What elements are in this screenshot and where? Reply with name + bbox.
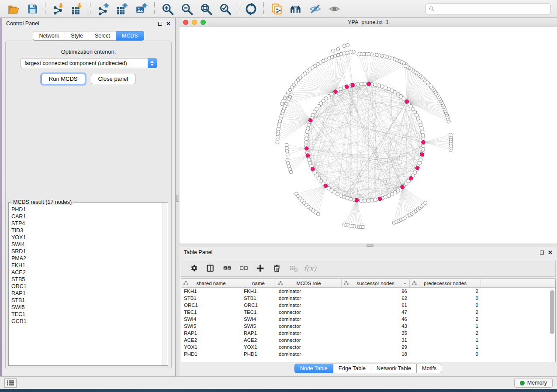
- table-scrollbar[interactable]: [549, 288, 555, 362]
- mcds-result-item[interactable]: PHD1: [11, 206, 162, 213]
- sort-desc-icon: ⌄: [403, 280, 407, 285]
- zoom-out-button[interactable]: [177, 0, 196, 17]
- memory-button[interactable]: Memory: [514, 378, 553, 388]
- run-mcds-button[interactable]: Run MCDS: [42, 74, 85, 84]
- table-cell: YOX1: [181, 344, 241, 350]
- table-cell: SWI5: [241, 323, 276, 329]
- column-header-shared-name[interactable]: shared name: [181, 279, 241, 287]
- mcds-result-item[interactable]: STB5: [11, 276, 162, 283]
- export-table-button[interactable]: [113, 0, 132, 17]
- mcds-result-item[interactable]: YOX1: [11, 234, 162, 241]
- network-canvas[interactable]: [180, 27, 557, 243]
- close-table-panel-icon[interactable]: ✕: [548, 251, 553, 254]
- search-box[interactable]: [426, 3, 551, 14]
- column-header-name[interactable]: name: [241, 279, 276, 287]
- mcds-result-item[interactable]: TEC1: [11, 311, 162, 318]
- import-network-button[interactable]: [48, 0, 68, 17]
- refresh-view-button[interactable]: [241, 0, 260, 17]
- tab-style[interactable]: Style: [65, 31, 89, 41]
- table-row[interactable]: SWI5SWI5connector431: [181, 323, 555, 330]
- add-column-button[interactable]: [252, 261, 269, 276]
- mcds-result-item[interactable]: SWI4: [11, 241, 162, 248]
- float-table-panel-icon[interactable]: [540, 251, 544, 254]
- mcds-result-list[interactable]: PHD1CAR1STP4TID3YOX1SWI4SRD1PMA2FKH1ACE2…: [11, 206, 162, 364]
- vertical-split-grip[interactable]: [176, 195, 179, 202]
- mcds-result-item[interactable]: SWI5: [11, 304, 162, 311]
- copy-network-button[interactable]: [267, 0, 286, 17]
- table-cell: SWI4: [181, 316, 241, 322]
- zoom-out-icon: [181, 3, 193, 15]
- table-row[interactable]: SWI4SWI4dominator462: [181, 316, 555, 323]
- export-image-button[interactable]: [132, 0, 151, 17]
- search-input[interactable]: [437, 6, 547, 12]
- mcds-result-item[interactable]: ORC1: [11, 283, 162, 290]
- table-row[interactable]: TEC1TEC1connector472: [181, 309, 555, 316]
- main-toolbar: [0, 0, 557, 18]
- deselect-all-button[interactable]: [235, 261, 252, 276]
- table-row[interactable]: PHD1PHD1dominator180: [181, 351, 555, 358]
- mcds-result-item[interactable]: STB1: [11, 297, 162, 304]
- table-cell: STB1: [181, 296, 241, 301]
- mcds-result-item[interactable]: STP4: [11, 220, 162, 227]
- search-icon: [429, 6, 435, 12]
- mcds-result-item[interactable]: ACE2: [11, 269, 162, 276]
- mcds-result-item[interactable]: TID3: [11, 227, 162, 234]
- zoom-fit-button[interactable]: [196, 0, 215, 17]
- save-session-button[interactable]: [23, 0, 42, 17]
- column-header-MCDS-role[interactable]: MCDS role: [276, 279, 342, 287]
- mcds-result-item[interactable]: GCR1: [11, 318, 162, 325]
- table-tabs: Node TableEdge TableNetwork TableMotifs: [180, 364, 557, 373]
- task-history-button[interactable]: [4, 378, 17, 388]
- table-cell: 46: [342, 316, 410, 322]
- import-table-button[interactable]: [68, 0, 87, 17]
- tab-node-table[interactable]: Node Table: [294, 364, 333, 373]
- column-header-successor-nodes[interactable]: successor nodes⌄: [342, 279, 410, 287]
- mcds-result-item[interactable]: FKH1: [11, 262, 162, 269]
- criterion-dropdown[interactable]: largest connected component (undirected): [21, 58, 157, 68]
- zoom-selected-button[interactable]: [215, 0, 235, 17]
- table-row[interactable]: RAP1RAP1dominator352: [181, 330, 555, 337]
- memory-status-icon: [520, 381, 525, 385]
- show-columns-button[interactable]: [202, 261, 219, 276]
- table-options-button[interactable]: [186, 261, 202, 276]
- delete-column-button[interactable]: [269, 261, 285, 276]
- tab-edge-table[interactable]: Edge Table: [333, 364, 371, 373]
- hide-selected-button[interactable]: [305, 0, 325, 17]
- mcds-result-scrollbar[interactable]: [163, 203, 167, 365]
- show-all-button[interactable]: [325, 0, 344, 17]
- vertical-split-divider[interactable]: [176, 18, 180, 376]
- mcds-result-item[interactable]: CAR1: [11, 213, 162, 220]
- tab-select[interactable]: Select: [89, 31, 116, 41]
- tab-network[interactable]: Network: [33, 31, 65, 41]
- table-row[interactable]: STB1STB1dominator620: [181, 295, 555, 302]
- table-cell: SWI4: [241, 316, 276, 322]
- close-panel-button[interactable]: Close panel: [91, 74, 136, 84]
- table-cell: RAP1: [181, 330, 241, 336]
- export-network-button[interactable]: [93, 0, 113, 17]
- select-all-button[interactable]: [219, 261, 235, 276]
- save-session-icon: [27, 3, 38, 15]
- table-cell: connector: [276, 337, 342, 343]
- table-row[interactable]: ACE2ACE2connector311: [181, 337, 555, 344]
- column-header-predecessor-nodes[interactable]: predecessor nodes: [410, 279, 481, 287]
- float-panel-icon[interactable]: [158, 22, 162, 26]
- table-cell: 0: [410, 296, 481, 301]
- zoom-in-button[interactable]: [158, 0, 177, 17]
- mcds-result-item[interactable]: SRD1: [11, 248, 162, 255]
- table-row[interactable]: YOX1YOX1connector291: [181, 344, 555, 351]
- tab-motifs[interactable]: Motifs: [417, 364, 442, 373]
- close-panel-icon[interactable]: ✕: [166, 22, 171, 26]
- tab-network-table[interactable]: Network Table: [371, 364, 417, 373]
- mcds-result-item[interactable]: RAP1: [11, 290, 162, 297]
- table-row[interactable]: FKH1FKH1dominator962: [181, 288, 555, 295]
- open-file-button[interactable]: [3, 0, 23, 17]
- table-scrollbar-thumb[interactable]: [550, 290, 554, 334]
- mcds-result-item[interactable]: PMA2: [11, 255, 162, 262]
- dropdown-stepper-icon: [148, 58, 157, 68]
- first-neighbors-button[interactable]: [286, 0, 305, 17]
- table-row[interactable]: ORC1ORC1dominator610: [181, 302, 555, 309]
- horizontal-split-divider[interactable]: [180, 244, 557, 247]
- network-titlebar[interactable]: YPA_prune.txt_1: [180, 18, 557, 27]
- table-cell: TEC1: [181, 309, 241, 315]
- tab-mcds[interactable]: MCDS: [116, 31, 144, 41]
